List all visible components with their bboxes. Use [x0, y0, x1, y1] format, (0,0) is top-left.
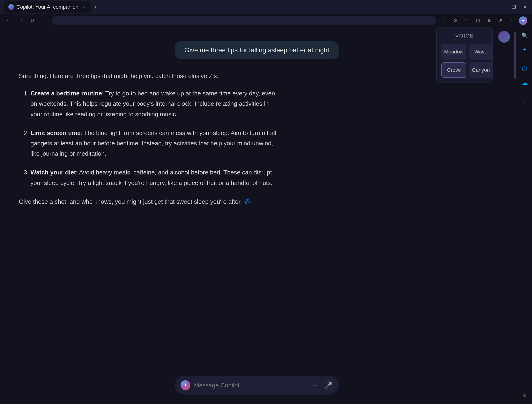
extensions-button[interactable]: ⚙	[451, 17, 459, 25]
voice-panel-title: VOICE	[455, 33, 474, 39]
favorites-button[interactable]: ☆	[440, 17, 448, 25]
sidebar-search-icon[interactable]: 🔍	[520, 31, 529, 40]
browser-chrome: Copilot: Your AI companion ✕ + ─ ❐ ✕	[0, 0, 532, 14]
voice-panel: ← VOICE Meadow Wave Grove Canyon	[436, 27, 493, 83]
tab-title: Copilot: Your AI companion	[16, 4, 78, 10]
user-message-text: Give me three tips for falling asleep be…	[184, 46, 329, 54]
input-add-button[interactable]: +	[310, 380, 320, 390]
response-intro: Sure thing. Here are three tips that mig…	[19, 71, 277, 81]
new-tab-button[interactable]: +	[92, 3, 99, 11]
copilot-toolbar-icon[interactable]: ✦	[519, 16, 527, 25]
voice-option-canyon[interactable]: Canyon	[469, 62, 493, 78]
scrollbar-thumb[interactable]	[514, 32, 516, 79]
voice-panel-header: ← VOICE	[441, 32, 488, 39]
ai-response: Sure thing. Here are three tips that mig…	[19, 71, 277, 207]
sidebar-add-icon[interactable]: ＋	[520, 97, 529, 107]
sidebar-divider-1	[521, 59, 528, 59]
sidebar-settings-icon[interactable]: ⚙	[520, 391, 529, 400]
message-input[interactable]	[194, 382, 307, 389]
collections-button[interactable]: □	[462, 17, 471, 25]
address-input[interactable]	[51, 16, 436, 25]
response-footer-text: Give these a shot, and who knows, you mi…	[19, 198, 251, 205]
close-button[interactable]: ✕	[521, 4, 528, 11]
minimize-button[interactable]: ─	[500, 4, 507, 11]
tip-1-title: Create a bedtime routine	[31, 90, 102, 97]
input-copilot-icon: ✦	[181, 380, 190, 390]
scrollbar-track[interactable]	[514, 27, 517, 404]
sidebar-outlook-icon[interactable]: ⬡	[520, 64, 529, 73]
user-bubble: Give me three tips for falling asleep be…	[175, 41, 339, 59]
tip-3: Watch your diet: Avoid heavy meals, caff…	[31, 167, 277, 188]
toolbar-right: ☆ ⚙ □ ⊡ ♟ ↗ ··· ✦	[440, 16, 527, 25]
split-view-button[interactable]: ⊡	[474, 17, 482, 25]
voice-options-grid: Meadow Wave Grove Canyon	[441, 44, 488, 78]
user-avatar[interactable]	[498, 31, 510, 43]
input-mic-button[interactable]: 🎤	[323, 380, 333, 390]
sidebar-bottom: ⚙	[520, 391, 529, 400]
nav-toolbar: ← → ↻ ⌂	[5, 17, 48, 25]
tips-list: Create a bedtime routine: Try to go to b…	[19, 88, 277, 188]
games-button[interactable]: ♟	[485, 17, 493, 25]
voice-option-grove[interactable]: Grove	[441, 62, 466, 78]
tab-bar: Copilot: Your AI companion ✕ +	[4, 1, 497, 13]
tip-3-title: Watch your diet	[31, 169, 76, 176]
input-bar-container: ✦ + 🎤	[175, 376, 339, 395]
more-button[interactable]: ···	[508, 17, 516, 25]
voice-back-button[interactable]: ←	[441, 32, 447, 39]
home-button[interactable]: ⌂	[40, 17, 48, 25]
maximize-button[interactable]: ❐	[510, 4, 518, 11]
tip-2: Limit screen time: The blue light from s…	[31, 128, 277, 159]
reload-button[interactable]: ↻	[28, 17, 36, 25]
content-area: Give me three tips for falling asleep be…	[0, 27, 514, 404]
address-bar-row: ← → ↻ ⌂ ☆ ⚙ □ ⊡ ♟ ↗ ··· ✦	[0, 14, 532, 27]
response-footer: Give these a shot, and who knows, you mi…	[19, 196, 277, 207]
tab-favicon	[8, 4, 14, 10]
sidebar-divider-2	[521, 92, 528, 92]
tip-2-title: Limit screen time	[31, 129, 81, 136]
back-button[interactable]: ←	[5, 17, 13, 25]
tab-close-button[interactable]: ✕	[81, 4, 86, 10]
tip-1: Create a bedtime routine: Try to go to b…	[31, 88, 277, 119]
active-tab[interactable]: Copilot: Your AI companion ✕	[4, 1, 91, 13]
voice-option-wave[interactable]: Wave	[469, 44, 493, 60]
input-bar: ✦ + 🎤	[175, 376, 339, 395]
forward-button[interactable]: →	[16, 17, 24, 25]
sidebar-skype-icon[interactable]: ☁	[520, 78, 529, 88]
voice-option-meadow[interactable]: Meadow	[441, 44, 466, 60]
sidebar: 🔍 ✦ ⬡ ☁ ＋ ⚙	[517, 27, 532, 404]
sidebar-copilot-icon[interactable]: ✦	[520, 45, 529, 54]
user-message-container: Give me three tips for falling asleep be…	[19, 41, 495, 59]
share-button[interactable]: ↗	[496, 17, 504, 25]
window-controls: ─ ❐ ✕	[500, 4, 528, 11]
main-layout: Give me three tips for falling asleep be…	[0, 27, 532, 404]
